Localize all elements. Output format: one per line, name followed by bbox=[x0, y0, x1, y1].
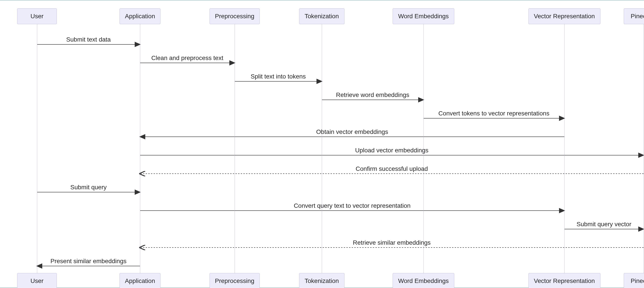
lifeline-token bbox=[322, 24, 322, 273]
message-label: Present similar embeddings bbox=[50, 258, 126, 265]
actor-box-preproc: Preprocessing bbox=[210, 8, 260, 24]
actor-label: Word Embeddings bbox=[398, 13, 449, 20]
message-label: Convert tokens to vector representations bbox=[438, 110, 549, 117]
actor-box-app: Application bbox=[120, 8, 161, 24]
actor-label: Preprocessing bbox=[215, 278, 254, 285]
sequence-diagram: UserUserApplicationApplicationPreprocess… bbox=[0, 0, 644, 288]
actor-label: Tokenization bbox=[304, 278, 339, 285]
lifeline-app bbox=[140, 24, 140, 273]
actor-label: Application bbox=[125, 278, 155, 285]
actor-label: Pinecone bbox=[631, 13, 644, 20]
message-label: Submit query bbox=[70, 184, 107, 191]
actor-label: Vector Representation bbox=[534, 278, 595, 285]
actor-box-token: Tokenization bbox=[299, 8, 344, 24]
actor-box-vecrep: Vector Representation bbox=[528, 8, 600, 24]
message-label: Obtain vector embeddings bbox=[316, 128, 388, 135]
actor-box-user: User bbox=[17, 8, 57, 24]
actor-label: Vector Representation bbox=[534, 13, 595, 20]
actor-box-user: User bbox=[17, 273, 57, 288]
actor-box-vecrep: Vector Representation bbox=[528, 273, 600, 288]
actor-box-embed: Word Embeddings bbox=[393, 8, 454, 24]
actor-label: User bbox=[30, 278, 43, 285]
message-label: Submit text data bbox=[66, 36, 111, 43]
actor-label: Word Embeddings bbox=[398, 278, 449, 285]
lifeline-vecrep bbox=[564, 24, 564, 273]
actor-box-pinecone: Pinecone bbox=[624, 8, 644, 24]
message-label: Split text into tokens bbox=[251, 73, 306, 80]
message-label: Convert query text to vector representat… bbox=[294, 202, 411, 209]
actor-box-preproc: Preprocessing bbox=[210, 273, 260, 288]
lifeline-pinecone bbox=[644, 24, 644, 273]
actor-box-pinecone: Pinecone bbox=[624, 273, 644, 288]
lifeline-preproc bbox=[234, 24, 235, 273]
actor-label: Preprocessing bbox=[215, 13, 254, 20]
actor-box-embed: Word Embeddings bbox=[393, 273, 454, 288]
message-label: Retrieve similar embeddings bbox=[353, 239, 430, 246]
actor-label: Application bbox=[125, 13, 155, 20]
actor-label: Pinecone bbox=[631, 278, 644, 285]
arrow-layer bbox=[0, 0, 644, 288]
actor-box-token: Tokenization bbox=[299, 273, 344, 288]
message-label: Retrieve word embeddings bbox=[336, 91, 409, 98]
message-label: Clean and preprocess text bbox=[152, 54, 224, 61]
lifeline-user bbox=[37, 24, 37, 273]
message-label: Submit query vector bbox=[577, 221, 632, 228]
message-label: Upload vector embeddings bbox=[355, 147, 428, 154]
message-label: Confirm successful upload bbox=[356, 165, 428, 172]
actor-label: User bbox=[30, 13, 43, 20]
actor-box-app: Application bbox=[120, 273, 161, 288]
actor-label: Tokenization bbox=[304, 13, 339, 20]
